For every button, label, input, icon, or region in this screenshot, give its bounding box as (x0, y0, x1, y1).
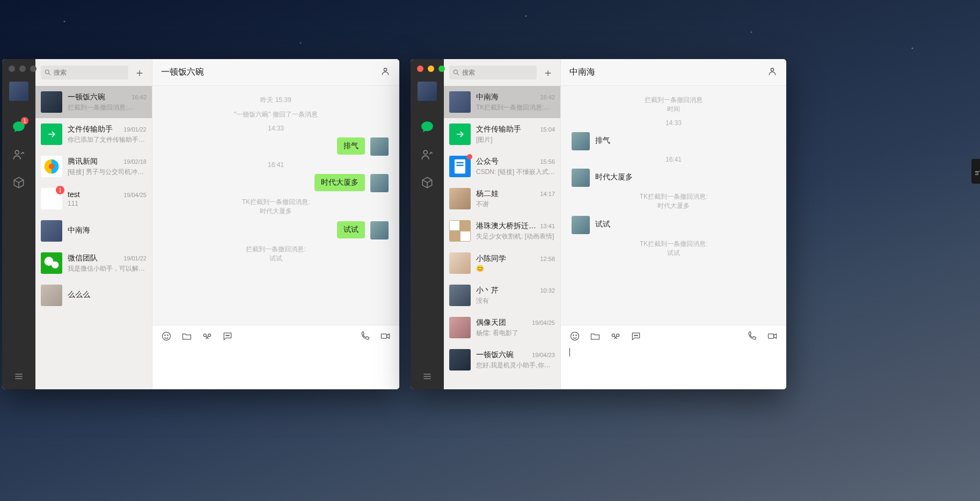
chat-preview: 😊 (476, 265, 555, 272)
chat-preview: 您好,我是机灵小助手,你可以和... (476, 361, 555, 370)
contacts-tab-icon[interactable] (11, 147, 26, 162)
conversation-panel: 一顿饭六碗 昨天 15:39"一顿饭六碗" 撤回了一条消息14:33排气16:4… (152, 59, 399, 389)
chat-list-item[interactable]: 文件传输助手19/01/22你已添加了文件传输助手，现... (35, 118, 152, 150)
emoji-icon[interactable] (161, 331, 172, 342)
chat-avatar (449, 156, 471, 177)
chat-preview: 没有 (476, 296, 555, 306)
chat-list-item[interactable]: 公众号15:56CSDN: [链接] 不懂嵌入式、何... (444, 150, 560, 183)
system-message: 昨天 15:39 (163, 96, 389, 105)
chat-list-item[interactable]: 1test19/04/25111 (35, 183, 152, 215)
zoom-dot[interactable] (438, 66, 445, 72)
sidebar (411, 59, 444, 389)
message-bubble[interactable]: 时代大厦多 (315, 174, 365, 191)
message-thread[interactable]: 昨天 15:39"一顿饭六碗" 撤回了一条消息14:33排气16:41时代大厦多… (152, 86, 399, 325)
search-box[interactable] (449, 66, 537, 79)
contacts-tab-icon[interactable] (420, 147, 435, 162)
chat-preview: 你已添加了文件传输助手，现... (68, 135, 147, 144)
search-input[interactable] (462, 69, 533, 76)
chat-list-item[interactable]: 文件传输助手15:04[图片] (444, 118, 560, 150)
chat-list-item[interactable]: 杨二娃14:17不谢 (444, 183, 560, 215)
chatlist-header: ＋ (35, 59, 152, 86)
message-thread[interactable]: 拦截到一条撤回消息时间14:33排气16:41时代大厦多TK拦截到一条撤回消息:… (561, 86, 786, 325)
chatlist-header: ＋ (444, 59, 560, 86)
chat-list-item[interactable]: 港珠澳大桥拆迁招...13:41失足少女收割机: [动画表情] (444, 215, 560, 247)
chat-list-item[interactable]: 微信团队19/01/22我是微信小助手，可以解答你... (35, 247, 152, 279)
video-call-icon[interactable] (767, 331, 778, 342)
minimize-dot[interactable] (428, 66, 434, 72)
message-avatar (572, 169, 590, 187)
voice-call-icon[interactable] (360, 331, 370, 342)
search-input[interactable] (54, 69, 125, 76)
chats-tab-icon[interactable] (420, 119, 435, 134)
message-avatar (572, 132, 590, 150)
system-message: 14:33 (572, 119, 776, 127)
message-input[interactable] (561, 347, 786, 357)
chat-info-icon[interactable] (767, 66, 778, 79)
chat-list-item[interactable]: 中南海16:42TK拦截到一条撤回消息:... (444, 86, 560, 118)
screenshot-icon[interactable] (610, 331, 621, 342)
chat-time: 19/04/23 (532, 352, 555, 358)
chat-history-icon[interactable] (631, 331, 641, 342)
chat-list-item[interactable]: 么么么 (35, 279, 152, 311)
conversation-header: 一顿饭六碗 (152, 59, 399, 86)
message-text[interactable]: 试试 (595, 216, 610, 229)
zoom-dot[interactable] (30, 66, 36, 72)
chat-info-icon[interactable] (380, 66, 391, 79)
voice-call-icon[interactable] (747, 331, 757, 342)
chat-preview: 不谢 (476, 200, 555, 209)
chat-list-item[interactable]: 小丶芹10:32没有 (444, 279, 560, 311)
message-bubble[interactable]: 排气 (337, 137, 365, 155)
new-chat-icon[interactable]: ＋ (133, 66, 147, 79)
hamburger-menu-icon[interactable] (2, 371, 35, 382)
chat-avatar (41, 252, 62, 274)
me-avatar[interactable] (9, 82, 28, 101)
chat-list-item[interactable]: 小陈同学12:58😊 (444, 247, 560, 279)
wechat-window-1: 1 ＋ 一顿饭六碗16:42拦截到一条撤回消息:...文件传输助手19/01/2… (2, 59, 399, 389)
chat-history-icon[interactable] (222, 331, 233, 342)
chat-time: 15:04 (540, 126, 555, 133)
favorites-tab-icon[interactable] (420, 175, 435, 190)
chat-time: 14:17 (540, 191, 555, 197)
svg-point-27 (634, 335, 635, 336)
chats-tab-icon[interactable]: 1 (11, 119, 26, 134)
favorites-tab-icon[interactable] (11, 175, 26, 190)
message-text[interactable]: 时代大厦多 (595, 169, 633, 182)
hamburger-menu-icon[interactable] (411, 371, 444, 382)
chat-preview: 我是微信小助手，可以解答你... (68, 264, 147, 273)
chat-list-item[interactable]: 一顿饭六碗16:42拦截到一条撤回消息:... (35, 86, 152, 118)
folder-icon[interactable] (590, 331, 601, 342)
message-text[interactable]: 排气 (595, 132, 610, 146)
svg-point-14 (229, 335, 229, 336)
me-avatar[interactable] (418, 82, 437, 101)
video-call-icon[interactable] (380, 331, 391, 342)
message-bubble[interactable]: 试试 (337, 221, 365, 238)
svg-point-7 (163, 332, 171, 340)
emoji-icon[interactable] (569, 331, 580, 342)
chat-list-item[interactable]: 腾讯新闻19/02/18[链接] 男子与公交司机冲突 被... (35, 150, 152, 183)
chat-list-item[interactable]: 一顿饭六碗19/04/23您好,我是机灵小助手,你可以和... (444, 344, 560, 376)
screenshot-icon[interactable] (202, 331, 213, 342)
chat-preview: [图片] (476, 135, 555, 144)
new-chat-icon[interactable]: ＋ (541, 66, 555, 79)
chat-name: 腾讯新闻 (68, 157, 98, 166)
chat-preview: 失足少女收割机: [动画表情] (476, 232, 555, 241)
close-dot[interactable] (9, 66, 15, 72)
chat-name: 小陈同学 (476, 254, 506, 264)
message-avatar (370, 137, 389, 156)
message-row-incoming: 试试 (572, 216, 776, 234)
close-dot[interactable] (417, 66, 423, 72)
chat-list-item[interactable]: 偶像天团19/04/25杨儒: 看电影了 (444, 311, 560, 344)
chat-avatar (449, 124, 471, 145)
chat-avatar (449, 91, 471, 113)
chat-list-item[interactable]: 中南海 (35, 215, 152, 247)
svg-point-13 (227, 335, 228, 336)
search-box[interactable] (41, 66, 128, 79)
minimize-dot[interactable] (19, 66, 26, 72)
chat-time: 16:42 (540, 94, 555, 100)
chat-preview: [链接] 男子与公交司机冲突 被... (68, 168, 147, 177)
chat-name: 中南海 (476, 92, 499, 102)
compose-toolbar (561, 325, 786, 347)
svg-point-29 (637, 335, 638, 336)
folder-icon[interactable] (181, 331, 192, 342)
chat-name: 一顿饭六碗 (476, 350, 514, 360)
